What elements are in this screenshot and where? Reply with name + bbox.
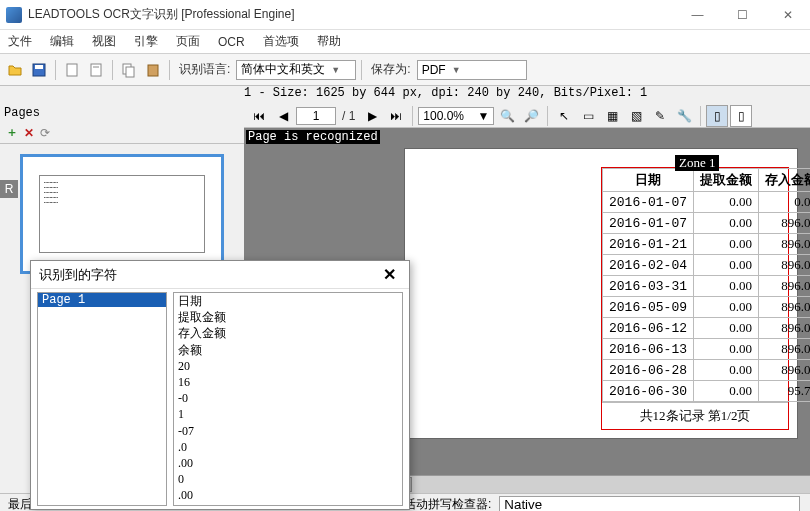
svg-rect-2 [67,64,77,76]
recognized-chars-dialog: 识别到的字符 ✕ Page 1 日期提取金额存入金额余额2016-01-07.0… [30,260,410,510]
view-mode1-icon[interactable]: ▯ [706,105,728,127]
list-item[interactable]: Page 1 [38,293,166,307]
main-toolbar: 识别语言: 简体中文和英文▼ 保存为: PDF▼ [0,54,810,86]
menu-page[interactable]: 页面 [176,33,200,50]
svg-rect-6 [126,67,134,77]
page-thumbnail-1[interactable]: ▪▪▪▪▪▪▪▪▪▪▪▪▪▪▪▪▪▪▪▪▪▪▪▪▪▪▪▪▪▪▪▪▪▪▪▪▪▪▪▪… [20,154,224,274]
page2-icon[interactable] [85,59,107,81]
table-row: 2016-06-120.00896.0010,086.88 [603,318,811,339]
minimize-button[interactable]: — [675,0,720,30]
ocr-table: 日期提取金额存入金额余额 2016-01-070.000.004,710.882… [602,168,810,402]
copy-icon[interactable] [118,59,140,81]
menu-engine[interactable]: 引擎 [134,33,158,50]
zoom-combo[interactable]: 100.0%▼ [418,107,494,125]
maximize-button[interactable]: ☐ [720,0,765,30]
svg-rect-3 [91,64,101,76]
table-header: 存入金额 [759,169,810,192]
prev-page-icon[interactable]: ◀ [272,105,294,127]
table-header: 提取金额 [694,169,759,192]
first-page-icon[interactable]: ⏮ [248,105,270,127]
spellcheck-value[interactable] [499,496,800,512]
menu-help[interactable]: 帮助 [317,33,341,50]
table-row: 2016-03-310.00896.008,294.88 [603,276,811,297]
svg-rect-1 [35,65,43,69]
table-row: 2016-01-210.00896.006,502.88 [603,234,811,255]
view-mode2-icon[interactable]: ▯ [730,105,752,127]
page-status-label: Page is recognized [246,130,380,144]
saveas-combo[interactable]: PDF▼ [417,60,527,80]
last-page-icon[interactable]: ⏭ [385,105,407,127]
zoom-out-icon[interactable]: 🔎 [520,105,542,127]
close-button[interactable]: ✕ [765,0,810,30]
menu-view[interactable]: 视图 [92,33,116,50]
window-titlebar: LEADTOOLS OCR文字识别 [Professional Engine] … [0,0,810,30]
paste-icon[interactable] [142,59,164,81]
menu-edit[interactable]: 编辑 [50,33,74,50]
menu-file[interactable]: 文件 [8,33,32,50]
edit-icon[interactable]: ✎ [649,105,671,127]
open-icon[interactable] [4,59,26,81]
dialog-text-output[interactable]: 日期提取金额存入金额余额2016-01-07.0.000.004,710.88 [173,292,403,506]
dialog-title: 识别到的字符 [39,266,117,284]
table-row: 2016-01-070.00896.005,606.88 [603,213,811,234]
zone-1-box[interactable]: 日期提取金额存入金额余额 2016-01-070.000.004,710.882… [601,167,789,430]
side-tab[interactable]: R [0,180,18,198]
table-row: 2016-01-070.000.004,710.88 [603,192,811,213]
dialog-close-icon[interactable]: ✕ [377,265,401,284]
save-icon[interactable] [28,59,50,81]
zoom-in-icon[interactable]: 🔍 [496,105,518,127]
table-row: 2016-06-300.0095.7211,974.60 [603,381,811,402]
delete-page-icon[interactable]: ✕ [24,126,34,140]
table-row: 2016-06-130.00896.0010,982.88 [603,339,811,360]
svg-rect-7 [148,65,158,76]
zone-label: Zone 1 [675,155,719,171]
props-icon[interactable]: 🔧 [673,105,695,127]
next-page-icon[interactable]: ▶ [361,105,383,127]
table-footer: 共12条记录 第1/2页 [602,402,788,429]
zone-icon[interactable]: ▭ [577,105,599,127]
table-row: 2016-06-280.00896.0011,878.88 [603,360,811,381]
saveas-label: 保存为: [371,61,410,78]
table-row: 2016-02-040.00896.007,398.88 [603,255,811,276]
add-page-icon[interactable]: ＋ [6,124,18,141]
page-number-input[interactable] [296,107,336,125]
refresh-icon[interactable]: ⟳ [40,126,50,140]
table-header: 日期 [603,169,694,192]
window-title: LEADTOOLS OCR文字识别 [Professional Engine] [28,6,675,23]
page-canvas: Zone 1 日期提取金额存入金额余额 2016-01-070.000.004,… [404,148,798,439]
table-row: 2016-05-090.00896.009,190.88 [603,297,811,318]
menu-ocr[interactable]: OCR [218,35,245,49]
spellcheck-label: 活动拼写检查器: [404,496,491,511]
navigation-toolbar: ⏮ ◀ / 1 ▶ ⏭ 100.0%▼ 🔍 🔎 ↖ ▭ ▦ ▧ ✎ 🔧 ▯ ▯ [244,104,810,128]
pages-header: Pages [0,104,244,122]
info-bar: 1 - Size: 1625 by 644 px, dpi: 240 by 24… [0,86,810,104]
menu-bar: 文件 编辑 视图 引擎 页面 OCR 首选项 帮助 [0,30,810,54]
pointer-icon[interactable]: ↖ [553,105,575,127]
lang-label: 识别语言: [179,61,230,78]
dialog-page-list[interactable]: Page 1 [37,292,167,506]
zone3-icon[interactable]: ▧ [625,105,647,127]
page-total-label: / 1 [342,109,355,123]
app-icon [6,7,22,23]
menu-preferences[interactable]: 首选项 [263,33,299,50]
page-icon[interactable] [61,59,83,81]
lang-combo[interactable]: 简体中文和英文▼ [236,60,356,80]
zone2-icon[interactable]: ▦ [601,105,623,127]
